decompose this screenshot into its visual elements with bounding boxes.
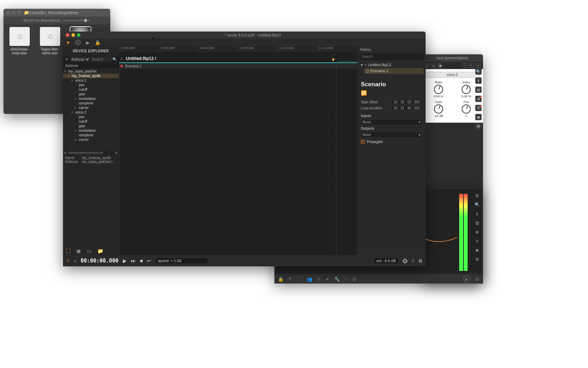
tree-node[interactable]: gain [63,124,119,128]
search-icon[interactable]: 🔍 [112,57,117,62]
history-item[interactable]: ◻ Scenario.1 [364,68,424,74]
tree-node[interactable]: gain [63,92,119,96]
play-button[interactable]: ▶ [463,275,470,282]
close-icon[interactable]: × [476,63,481,68]
time-ruler[interactable]: | 0:00.000| 0:20.000| 0:40.000| 1:00.000… [119,46,357,52]
music-icon[interactable]: ♫ [74,259,76,263]
tree-node[interactable]: cutoff [63,119,119,124]
grid-icon[interactable]: ⊞ [352,277,356,282]
tree-node[interactable]: ▾voice.1 [63,78,119,83]
speed-field[interactable]: speed: × 1.00 [155,258,208,264]
tree-node[interactable]: ▾my_ossia_patcher [63,69,119,74]
stop-button[interactable]: ■ [140,258,143,264]
tool-icon[interactable]: ▭ [431,63,436,68]
filter-mode-select[interactable]: Address [70,56,90,62]
settings-icon[interactable]: ⚙ [474,256,480,263]
index-knob[interactable]: Index 0.00 % [461,81,471,98]
propagate-checkbox[interactable]: ✕Propagate [357,138,426,145]
inputs-select[interactable]: None▾ [361,119,422,125]
pan-knob[interactable]: Pan C [462,100,471,118]
info-icon[interactable]: ℹ [474,211,480,217]
terminal-icon[interactable]: ⧉ [419,258,422,264]
lock-tool-icon[interactable]: 🔒 [95,40,100,45]
camera-icon[interactable]: ◙ [474,247,480,253]
outputs-select[interactable]: None▾ [361,132,422,138]
tree-node[interactable]: ▸modulation [63,128,119,133]
file-item[interactable]: ♫ Toppo-filter-mono.wav [37,27,63,55]
tree-node[interactable]: pan [63,83,119,87]
lock-icon[interactable]: 🔒 [278,277,284,282]
play-button[interactable]: ▶ [123,258,127,264]
folder-icon[interactable]: 📁 [97,248,104,253]
grid-icon[interactable]: ⊞ [474,192,480,199]
explorer-search-input[interactable] [91,56,112,62]
fullscreen-icon[interactable]: ⛶ [297,277,302,282]
gain-knob[interactable]: Gain -12 dB [434,100,443,118]
play-tool-icon[interactable]: ▶ [85,40,90,45]
panel-icon[interactable]: ▤ [474,220,480,226]
record-icon[interactable]: ⦿ [475,105,482,111]
tree-node[interactable]: ▸modulation [63,96,119,101]
icon-size-slider[interactable] [63,20,91,21]
minus-icon[interactable]: − [462,63,467,68]
gear-icon[interactable]: ⚙ [475,277,479,282]
display-icon[interactable]: ▭ [87,248,93,253]
tree-node[interactable]: ramptime [63,101,119,105]
export-icon[interactable]: ⇱ [288,277,292,282]
image-icon[interactable]: ▣ [76,248,83,253]
finder-titlebar[interactable]: 📁 /Users/jln/_Recordings/demo [4,9,110,16]
piano-icon[interactable]: ⎍ [345,277,348,282]
explorer-scrollbar[interactable]: ◀▶ [63,151,119,155]
close-icon[interactable] [66,33,69,37]
search-icon[interactable]: 🔍 [475,68,482,75]
maximize-icon[interactable] [18,11,21,14]
network-icon[interactable]: ⛶ [66,248,72,253]
tree-node[interactable]: ▾voice.2 [63,110,119,115]
list-icon[interactable]: ≣ [475,96,482,102]
history-search-input[interactable] [359,54,424,60]
end-flag-icon[interactable]: ▼ [331,57,336,62]
menu-icon[interactable]: ≡ [120,56,122,61]
play-all-button[interactable]: ⏭ [131,258,136,264]
score-titlebar[interactable]: * score 3.0.0-a19 - Untitled.flip12 [63,32,426,39]
link-icon[interactable]: ⚲ [317,277,321,282]
cursor-tool-icon[interactable]: ➤ [66,40,71,45]
tree-node[interactable]: ▾my_2voices_synth [63,74,119,78]
history-item[interactable]: ▾ ─ Untitled.flip12 [359,62,424,68]
start-offset-field[interactable]: 00 : 00 : 00 . 000 [392,100,422,104]
minimize-icon[interactable] [12,11,15,14]
tree-node[interactable]: ramptime [63,133,119,137]
info-icon[interactable]: ℹ [475,77,482,84]
maximize-icon[interactable] [77,33,80,37]
file-item[interactable]: ♫ click2noise-exrpt.wav [6,27,33,55]
tree-node[interactable]: ▸carrier [63,105,119,110]
add-tool-icon[interactable]: + [76,40,80,45]
minimize-icon[interactable] [71,33,75,37]
tree-node[interactable]: pan [63,115,119,119]
add-device-button[interactable]: + [64,57,69,62]
ratio-knob[interactable]: Ratio 0.00 % [434,81,443,98]
tool-icon[interactable]: ◉ [438,63,443,68]
volume-field[interactable]: vol: -6.0 dB [374,258,398,264]
plus-icon[interactable]: + [469,63,474,68]
layers-icon[interactable]: ≡ [474,238,480,244]
scenario-canvas[interactable] [119,65,336,255]
branch-icon[interactable]: ⑂ [66,258,69,264]
wrench-icon[interactable]: 🔧 [334,277,340,282]
loop-toggle[interactable]: 🔁 [357,90,426,99]
search-icon[interactable]: 🔍 [474,202,480,208]
rewind-button[interactable]: ↩ [147,258,151,264]
settings-icon[interactable]: ⚙ [475,123,482,129]
tree-node[interactable]: ▸carrier [63,137,119,142]
close-icon[interactable] [6,11,10,14]
voice-tab[interactable]: voice.2 [425,72,480,78]
mixer-icon[interactable]: ⎍ [412,258,414,264]
tree-node[interactable]: cutoff [63,87,119,92]
people-icon[interactable]: 👥 [307,277,312,282]
camera-icon[interactable]: ◙ [475,114,482,120]
panel-icon[interactable]: ▤ [475,87,482,93]
power-icon[interactable]: ⏻ [402,258,407,264]
loop-duration-field[interactable]: 00 : 01 : 40 . 000 [392,106,422,110]
list-icon[interactable]: ≣ [474,229,480,235]
wand-icon[interactable]: ✦ [326,277,329,282]
